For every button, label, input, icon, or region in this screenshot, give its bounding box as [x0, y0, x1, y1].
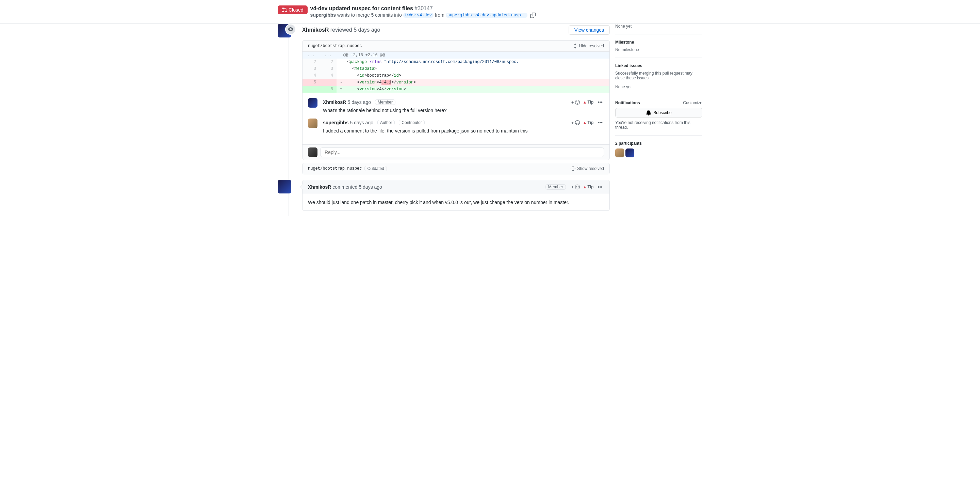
- svg-point-3: [575, 121, 579, 125]
- subscribe-button[interactable]: Subscribe: [615, 108, 702, 118]
- svg-point-2: [578, 102, 579, 102]
- outdated-badge: Outdated: [364, 166, 387, 171]
- role-badge: Contributor: [399, 120, 424, 125]
- comment-time[interactable]: 5 days ago: [350, 120, 373, 125]
- diff-line-deletion: 5 - <version>4.4.1</version>: [302, 79, 609, 86]
- svg-point-6: [575, 185, 579, 189]
- diff-line: 22 <package xmlns="http://schemas.micros…: [302, 59, 609, 65]
- head-branch[interactable]: supergibbs:v4-dev-updated-nuspec-cont…: [446, 13, 527, 18]
- linked-issues-description: Successfully merging this pull request m…: [615, 71, 702, 80]
- svg-point-0: [575, 100, 579, 105]
- avatar[interactable]: [308, 98, 318, 108]
- participant-avatar[interactable]: [615, 148, 624, 157]
- file-header: nuget/bootstrap.nuspec Hide resolved: [302, 40, 609, 52]
- hide-resolved-button[interactable]: Hide resolved: [572, 43, 604, 49]
- linked-issues-none: None yet: [615, 85, 702, 89]
- smiley-icon: [575, 184, 580, 190]
- pr-number: #30147: [414, 5, 433, 11]
- customize-link[interactable]: Customize: [683, 101, 702, 105]
- milestone-value: No milestone: [615, 47, 702, 52]
- comment-body: What's the rationale behind not using th…: [323, 108, 604, 113]
- add-reaction-button[interactable]: +: [571, 99, 580, 105]
- reply-box: [302, 144, 609, 160]
- outdated-review-box: nuget/bootstrap.nuspec Outdated Show res…: [302, 163, 610, 174]
- add-reaction-button[interactable]: +: [571, 120, 580, 125]
- file-path[interactable]: nuget/bootstrap.nuspec: [308, 44, 362, 48]
- git-pull-request-icon: [282, 7, 287, 13]
- unmute-icon: [646, 110, 651, 115]
- diff-table: ...... @@ -2,16 +2,16 @@ 22 <package xml…: [302, 52, 609, 93]
- reviewer-name[interactable]: XhmikosR: [302, 27, 329, 33]
- comment-time[interactable]: 5 days ago: [347, 99, 371, 105]
- diff-line: 33 <metadata>: [302, 65, 609, 72]
- comment-author[interactable]: supergibbs: [323, 120, 348, 125]
- comment-thread: XhmikosR 5 days ago Member + ▲Tip •••: [302, 93, 609, 144]
- notifications-description: You're not receiving notifications from …: [615, 120, 702, 130]
- tip-button[interactable]: ▲Tip: [583, 100, 594, 105]
- pr-meta: supergibbs wants to merge 5 commits into…: [310, 12, 702, 18]
- svg-point-7: [576, 186, 577, 187]
- svg-point-4: [576, 122, 577, 122]
- svg-point-8: [578, 186, 579, 187]
- avatar[interactable]: [308, 118, 318, 128]
- notifications-heading: Notifications Customize: [615, 101, 702, 105]
- kebab-icon[interactable]: •••: [596, 98, 604, 106]
- pr-title[interactable]: v4-dev updated nuspec for content files …: [310, 5, 702, 11]
- pr-header: Closed v4-dev updated nuspec for content…: [0, 0, 980, 24]
- copy-icon[interactable]: [530, 13, 536, 18]
- comment-body: We should just land one patch in master,…: [302, 194, 609, 211]
- view-changes-button[interactable]: View changes: [569, 25, 610, 35]
- comment-author[interactable]: XhmikosR: [323, 99, 346, 105]
- avatar[interactable]: [278, 180, 291, 193]
- issue-comment-item: XhmikosR commented 5 days ago Member + ▲…: [302, 180, 610, 211]
- sidebar-none-yet: None yet: [615, 24, 702, 29]
- file-path[interactable]: nuget/bootstrap.nuspec: [308, 166, 362, 171]
- milestone-heading[interactable]: Milestone: [615, 40, 702, 45]
- hunk-header: ...... @@ -2,16 +2,16 @@: [302, 52, 609, 59]
- reply-input[interactable]: [320, 147, 604, 157]
- state-badge-closed: Closed: [278, 5, 308, 14]
- review-comment: XhmikosR 5 days ago Member + ▲Tip •••: [308, 98, 604, 113]
- linked-issues-heading[interactable]: Linked issues: [615, 63, 702, 68]
- role-badge: Member: [375, 99, 395, 105]
- sidebar: None yet Milestone No milestone Linked i…: [615, 24, 702, 216]
- tip-button[interactable]: ▲Tip: [583, 120, 594, 125]
- svg-point-5: [578, 122, 579, 122]
- role-badge: Author: [377, 120, 395, 125]
- smiley-icon: [575, 99, 580, 105]
- review-timeline-item: XhmikosR reviewed 5 days ago View change…: [302, 24, 610, 174]
- review-time[interactable]: 5 days ago: [353, 27, 380, 33]
- kebab-icon[interactable]: •••: [596, 118, 604, 127]
- participant-avatar[interactable]: [625, 148, 634, 157]
- comment-header: XhmikosR commented 5 days ago Member + ▲…: [302, 180, 609, 194]
- add-reaction-button[interactable]: +: [571, 184, 580, 190]
- role-badge: Member: [546, 184, 566, 190]
- avatar[interactable]: [308, 147, 318, 157]
- review-comment: supergibbs 5 days ago Author Contributor…: [308, 118, 604, 134]
- base-branch[interactable]: twbs:v4-dev: [403, 13, 434, 18]
- comment-author[interactable]: XhmikosR: [308, 184, 331, 190]
- eye-icon: [285, 24, 296, 35]
- diff-line-addition: 5 + <version>4</version>: [302, 86, 609, 93]
- unfold-icon: [572, 43, 578, 49]
- comment-body: I added a comment to the file; the versi…: [323, 128, 604, 134]
- kebab-icon[interactable]: •••: [596, 183, 604, 191]
- unfold-icon: [570, 166, 576, 171]
- state-label: Closed: [288, 7, 304, 13]
- comment-time[interactable]: 5 days ago: [359, 184, 382, 190]
- diff-line: 44 <id>bootstrap</id>: [302, 72, 609, 79]
- smiley-icon: [575, 120, 580, 125]
- tip-button[interactable]: ▲Tip: [583, 185, 594, 189]
- participants-heading: 2 participants: [615, 141, 702, 146]
- svg-point-1: [576, 102, 577, 102]
- review-thread-box: nuget/bootstrap.nuspec Hide resolved ...…: [302, 40, 610, 160]
- show-resolved-button[interactable]: Show resolved: [570, 166, 604, 171]
- pr-author[interactable]: supergibbs: [310, 12, 336, 18]
